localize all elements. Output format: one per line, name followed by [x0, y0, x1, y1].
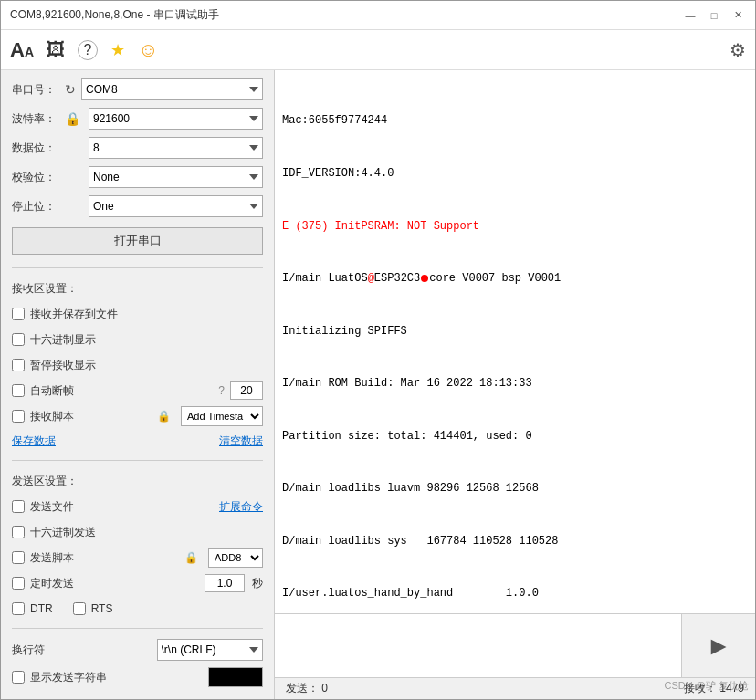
receive-save-row: 接收并保存到文件 [12, 304, 263, 324]
timed-send-checkbox[interactable] [12, 577, 25, 590]
image-icon[interactable]: 🖼 [47, 39, 65, 60]
stop-bits-select[interactable]: One [89, 195, 263, 217]
open-serial-button[interactable]: 打开串口 [12, 227, 263, 255]
receive-hex-label: 十六进制显示 [30, 332, 96, 348]
serial-port-label: 串口号： [12, 82, 59, 98]
send-file-row: 发送文件 扩展命令 [12, 496, 263, 517]
output-area: Mac:6055f9774244 IDF_VERSION:4.4.0 E (37… [275, 70, 755, 613]
dtr-rts-row: DTR RTS [12, 599, 263, 619]
input-area: ► [275, 613, 755, 677]
send-hex-row: 十六进制发送 [12, 522, 263, 542]
receive-section-title: 接收区设置： [12, 281, 263, 297]
expand-cmd-button[interactable]: 扩展命令 [219, 499, 263, 515]
show-send-label: 显示发送字符串 [30, 670, 107, 685]
toolbar: AA 🖼 ? ★ ☺ ⚙ [1, 30, 755, 70]
lock-icon: 🔒 [65, 111, 83, 126]
send-label: 发送： [286, 682, 319, 695]
receive-save-checkbox[interactable] [12, 308, 25, 320]
receive-hex-checkbox[interactable] [12, 333, 25, 346]
newline-select[interactable]: \r\n (CRLF) [157, 639, 264, 661]
rts-checkbox[interactable] [73, 602, 86, 615]
newline-row: 换行符 \r\n (CRLF) [12, 638, 263, 662]
serial-port-row: 串口号： ↻ COM8 [12, 78, 263, 101]
window-controls: — □ ✕ [682, 7, 746, 24]
divider-3 [12, 628, 263, 629]
output-line-8: D/main loadlibs sys 167784 110528 110528 [282, 533, 748, 550]
send-script-checkbox[interactable] [12, 551, 25, 564]
show-send-checkbox[interactable] [12, 671, 25, 684]
output-line-0: Mac:6055f9774244 [282, 112, 748, 130]
output-line-5: I/main ROM Build: Mar 16 2022 18:13:33 [282, 375, 748, 392]
divider-1 [12, 267, 263, 268]
window-title: COM8,921600,None,8,One - 串口调试助手 [10, 7, 219, 23]
star-icon[interactable]: ★ [110, 40, 125, 60]
parity-select[interactable]: None [89, 166, 263, 188]
main-window: COM8,921600,None,8,One - 串口调试助手 — □ ✕ AA… [0, 0, 756, 700]
save-data-button[interactable]: 保存数据 [12, 434, 56, 449]
data-bits-label: 数据位： [12, 141, 59, 156]
receive-script-row: 接收脚本 🔒 Add Timesta [12, 406, 263, 426]
settings-icon[interactable]: ⚙ [730, 39, 746, 61]
timed-send-value-input[interactable] [205, 574, 245, 592]
help-icon[interactable]: ? [78, 40, 98, 60]
send-script-select[interactable]: ADD8 [208, 548, 263, 568]
send-file-label: 发送文件 [30, 499, 74, 515]
show-send-row: 显示发送字符串 ■■■■ [12, 667, 263, 687]
receive-script-select[interactable]: Add Timesta [181, 406, 263, 426]
stop-bits-row: 停止位： One [12, 194, 263, 218]
baud-rate-label: 波特率： [12, 111, 59, 127]
receive-script-checkbox[interactable] [12, 410, 25, 423]
send-file-checkbox[interactable] [12, 500, 25, 513]
refresh-icon[interactable]: ↻ [65, 82, 76, 97]
maximize-button[interactable]: □ [706, 7, 722, 24]
close-button[interactable]: ✕ [730, 7, 746, 24]
output-line-9: I/user.luatos_hand_by_hand 1.0.0 [282, 585, 748, 602]
minimize-button[interactable]: — [682, 7, 698, 24]
auto-frame-label: 自动断帧 [30, 383, 74, 399]
send-color-select[interactable]: ■■■■ [208, 667, 263, 687]
red-dot-icon [421, 275, 428, 282]
output-line-7: D/main loadlibs luavm 98296 12568 12568 [282, 480, 748, 497]
auto-frame-number-input[interactable] [230, 381, 263, 400]
clear-data-button[interactable]: 清空数据 [219, 434, 263, 449]
send-button[interactable]: ► [682, 614, 755, 677]
receive-pause-checkbox[interactable] [12, 359, 25, 371]
output-line-4: Initializing SPIFFS [282, 323, 748, 340]
send-section-title: 发送区设置： [12, 474, 263, 489]
send-text-input[interactable] [275, 614, 682, 677]
output-line-6: Partition size: total: 414401, used: 0 [282, 428, 748, 445]
send-hex-label: 十六进制发送 [30, 525, 96, 540]
baud-rate-select[interactable]: 921600 [89, 108, 263, 130]
parity-label: 校验位： [12, 170, 59, 185]
baud-rate-row: 波特率： 🔒 921600 [12, 107, 263, 131]
script-lock-icon: 🔒 [157, 410, 175, 423]
toolbar-left: AA 🖼 ? ★ ☺ [10, 38, 158, 62]
left-panel: 串口号： ↻ COM8 波特率： 🔒 921600 数据位： 8 [1, 70, 275, 699]
divider-2 [12, 460, 263, 461]
title-bar: COM8,921600,None,8,One - 串口调试助手 — □ ✕ [1, 1, 755, 30]
send-script-label: 发送脚本 [30, 550, 74, 566]
send-count: 0 [321, 682, 328, 695]
dtr-checkbox[interactable] [12, 602, 25, 615]
dtr-label: DTR [30, 602, 53, 615]
stop-bits-label: 停止位： [12, 199, 59, 214]
send-hex-checkbox[interactable] [12, 526, 25, 538]
receive-script-label: 接收脚本 [30, 409, 74, 424]
right-panel: Mac:6055f9774244 IDF_VERSION:4.4.0 E (37… [275, 70, 755, 699]
auto-frame-checkbox[interactable] [12, 384, 25, 397]
output-line-3: I/main LuatOS@ESP32C3core V0007 bsp V000… [282, 270, 748, 287]
data-bits-select[interactable]: 8 [89, 137, 263, 159]
parity-row: 校验位： None [12, 165, 263, 189]
output-line-2: E (375) InitPSRAM: NOT Support [282, 218, 748, 235]
output-line-1: IDF_VERSION:4.4.0 [282, 165, 748, 183]
auto-frame-help-icon[interactable]: ? [218, 384, 225, 397]
send-script-row: 发送脚本 🔒 ADD8 [12, 548, 263, 568]
send-script-lock-icon: 🔒 [184, 551, 203, 564]
smiley-icon[interactable]: ☺ [138, 38, 158, 62]
serial-port-select[interactable]: COM8 [81, 78, 263, 100]
data-links-row: 保存数据 清空数据 [12, 434, 263, 449]
receive-save-label: 接收并保存到文件 [30, 307, 118, 322]
timed-send-label: 定时发送 [30, 576, 74, 591]
data-bits-row: 数据位： 8 [12, 136, 263, 160]
font-icon[interactable]: AA [10, 38, 34, 62]
